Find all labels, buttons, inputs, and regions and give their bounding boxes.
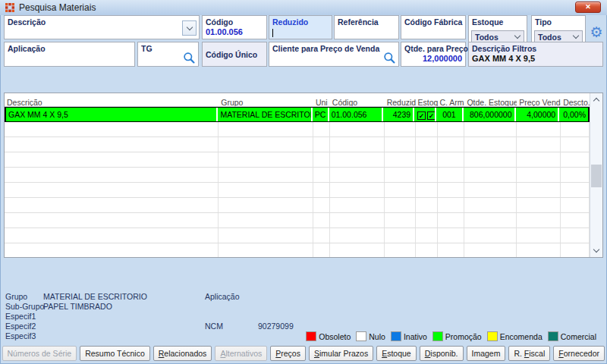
empty-cell xyxy=(330,137,385,152)
empty-cell xyxy=(464,183,517,197)
empty-cell xyxy=(464,228,517,243)
column-header-c-armaz[interactable]: C. Armaz xyxy=(438,93,465,106)
scroll-down-icon[interactable] xyxy=(590,244,602,257)
legend-item: Inativo xyxy=(391,331,427,341)
codigo-fabrica-field[interactable]: Código Fábrica xyxy=(401,15,466,39)
window-title: Pesquisa Materiais xyxy=(19,2,96,13)
table-row[interactable] xyxy=(5,213,590,228)
empty-cell xyxy=(313,198,330,212)
detail-grupo-value: MATERIAL DE ESCRITORIO xyxy=(43,292,147,301)
relacionados-button[interactable]: Relacionados xyxy=(153,346,212,361)
empty-cell xyxy=(5,137,219,152)
empty-cell xyxy=(561,228,590,243)
column-header-descricao[interactable]: Descrição xyxy=(5,93,219,106)
empty-cell xyxy=(517,243,561,257)
empty-cell xyxy=(330,213,385,228)
cliente-preco-venda-field[interactable]: Cliente para Preço de Venda xyxy=(269,42,399,67)
table-row[interactable] xyxy=(5,122,590,137)
empty-cell xyxy=(416,137,438,152)
cell-estoq-checkboxes: ✓✓ xyxy=(414,108,436,121)
cell-descricao: GAX MM 4 X 9,5 xyxy=(6,108,218,121)
empty-cell xyxy=(517,152,561,167)
empty-cell xyxy=(561,243,590,257)
table-row[interactable] xyxy=(5,243,590,257)
descricao-label: Descrição xyxy=(5,16,199,27)
checkbox-checked-icon[interactable]: ✓ xyxy=(417,111,426,120)
aplicacao-label: Aplicação xyxy=(5,42,134,53)
vertical-scrollbar[interactable] xyxy=(590,93,602,257)
r-fiscal-button[interactable]: R. Fiscal xyxy=(508,346,550,361)
descricao-filtros-field: Descrição Filtros GAX MM 4 X 9,5 xyxy=(468,42,603,67)
gear-icon[interactable]: ⚙ xyxy=(588,24,605,40)
table-row[interactable] xyxy=(5,198,590,213)
table-row[interactable] xyxy=(5,168,590,183)
column-header-qtde-estoque[interactable]: Qtde. Estoque xyxy=(464,93,517,106)
reduzido-field[interactable]: Reduzido xyxy=(269,15,332,39)
resumo-tecnico-button[interactable]: Resumo Técnico xyxy=(80,346,150,361)
legend-item: Comercial xyxy=(548,331,596,341)
codigo-label: Código xyxy=(203,16,266,27)
empty-cell xyxy=(438,228,465,243)
empty-cell xyxy=(416,243,438,257)
referencia-label: Referência xyxy=(335,16,398,27)
empty-cell xyxy=(219,168,313,182)
detail-subgrupo-value: PAPEL TIMBRADO xyxy=(43,302,112,311)
empty-cell xyxy=(385,152,416,167)
column-header-descto[interactable]: Descto. xyxy=(561,93,590,106)
codigo-fabrica-label: Código Fábrica xyxy=(401,16,465,27)
descricao-combo[interactable]: Descrição xyxy=(4,15,200,39)
qtde-para-preco-field[interactable]: Qtde. para Preço 12,000000 xyxy=(401,42,466,67)
table-row[interactable] xyxy=(5,152,590,168)
empty-cell xyxy=(385,228,416,243)
column-header-codigo[interactable]: Código xyxy=(330,93,385,106)
empty-cell xyxy=(5,168,219,182)
empty-cell xyxy=(416,152,438,167)
close-button[interactable]: ✕ xyxy=(575,2,601,13)
column-header-preco-venda[interactable]: Preço Venda xyxy=(517,93,561,106)
column-header-uni[interactable]: Uni xyxy=(313,93,330,106)
empty-cell xyxy=(330,168,385,182)
empty-cell xyxy=(561,168,590,182)
imagem-button[interactable]: Imagem xyxy=(467,346,506,361)
simular-prazos-button[interactable]: Simular Prazos xyxy=(309,346,373,361)
text-caret xyxy=(272,29,273,37)
tg-field[interactable]: TG xyxy=(137,42,199,67)
fornecedor-button[interactable]: Fornecedor xyxy=(553,346,605,361)
empty-cell xyxy=(517,198,561,212)
empty-cell xyxy=(561,198,590,212)
cell-descto: 0,00% xyxy=(559,108,588,121)
empty-cell xyxy=(561,152,590,167)
table-row[interactable] xyxy=(5,228,590,243)
table-row-selected[interactable]: GAX MM 4 X 9,5 MATERIAL DE ESCRITORIO PC… xyxy=(5,107,590,122)
search-icon[interactable] xyxy=(183,52,196,64)
cell-codigo: 01.00.056 xyxy=(329,108,384,121)
empty-cell xyxy=(416,228,438,243)
scroll-up-icon[interactable] xyxy=(590,93,602,106)
table-row[interactable] xyxy=(5,137,590,152)
cliente-preco-venda-label: Cliente para Preço de Venda xyxy=(269,42,398,53)
table-row[interactable] xyxy=(5,183,590,198)
column-header-estoq[interactable]: Estoq. xyxy=(416,93,438,106)
detail-especif2-label: Especif2 xyxy=(5,322,36,331)
cell-grupo: MATERIAL DE ESCRITORIO xyxy=(218,108,312,121)
empty-cell xyxy=(313,137,330,152)
disponib-button[interactable]: Disponib. xyxy=(420,346,464,361)
checkbox-checked-icon[interactable]: ✓ xyxy=(427,111,436,120)
column-header-reduzido[interactable]: Reduzido xyxy=(385,93,416,106)
scrollbar-thumb[interactable] xyxy=(591,165,602,187)
empty-cell xyxy=(517,213,561,228)
referencia-field[interactable]: Referência xyxy=(334,15,399,39)
descricao-dropdown-button[interactable] xyxy=(182,20,197,36)
empty-cell xyxy=(330,122,385,136)
descricao-filtros-label: Descrição Filtros xyxy=(469,42,602,53)
empty-cell xyxy=(219,213,313,228)
search-icon[interactable] xyxy=(383,52,396,64)
empty-cell xyxy=(561,122,590,136)
empty-cell xyxy=(219,198,313,212)
codigo-field[interactable]: Código 01.00.056 xyxy=(202,15,267,39)
column-header-grupo[interactable]: Grupo xyxy=(219,93,313,106)
empty-cell xyxy=(330,152,385,167)
aplicacao-field[interactable]: Aplicação xyxy=(4,42,135,67)
precos-button[interactable]: Preços xyxy=(270,346,306,361)
estoque-button[interactable]: Estoque xyxy=(376,346,417,361)
